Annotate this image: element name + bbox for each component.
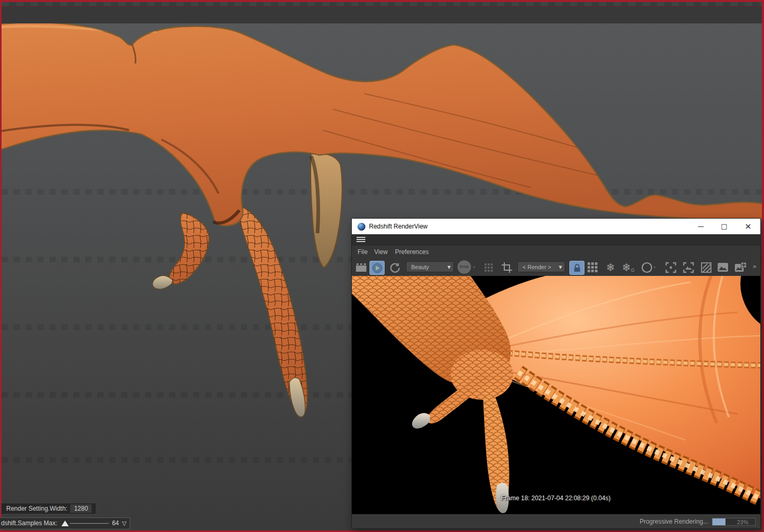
rgb-channel-button[interactable]: RGB [457,260,471,274]
focus-point-icon[interactable] [664,261,678,274]
snapshot-film-icon[interactable] [354,261,368,274]
slider-handle-icon[interactable] [61,521,69,526]
window-titlebar[interactable]: Redshift RenderView — □ × [352,219,760,234]
progress-label: Progressive Rendering... [640,515,708,529]
restart-render-icon[interactable] [388,261,402,274]
window-menu-strip [352,234,760,246]
lock-render-button[interactable] [569,261,584,275]
frame-info-text: Frame 18: 2021-07-04 22:08:29 (0.04s) [501,495,610,502]
snapshot-freeze-icon[interactable]: ❄ [604,261,617,274]
fit-image-icon[interactable] [682,261,695,274]
chevron-down-icon: ▼ [559,262,562,273]
minimize-button[interactable]: — [689,219,712,234]
redshift-logo-icon [358,223,365,231]
render-camera-dropdown[interactable]: < Render > ▼ [517,261,565,272]
toolbar-overflow-icon[interactable]: » [753,262,757,270]
aov-beauty-dropdown[interactable]: Beauty ▼ [406,261,454,272]
crop-region-icon[interactable] [500,261,514,274]
render-setting-width-hud: Render Setting.Width:1280 [1,503,96,514]
screenshot-root: Render Setting.Width:1280 dshift.Samples… [0,0,764,532]
maximize-button[interactable]: □ [712,219,736,234]
menu-view[interactable]: View [374,246,388,259]
samples-max-value[interactable]: 64 [112,518,119,529]
hamburger-menu-icon[interactable] [356,237,365,243]
renderview-statusbar: Progressive Rendering... 23% [352,514,760,528]
start-render-button[interactable] [370,261,385,275]
rgb-dropdown-icon[interactable]: ▾ [473,265,475,270]
menu-file[interactable]: File [358,246,367,259]
window-title: Redshift RenderView [369,219,428,234]
region-circle-icon[interactable] [640,261,654,274]
close-button[interactable]: × [736,219,760,234]
chevron-down-icon: ▼ [448,262,451,273]
progress-bar-fill [712,518,725,525]
bucket-grid-icon[interactable] [586,261,600,274]
checkerboard-background-icon[interactable] [482,261,495,274]
rendered-dragon-claw [352,276,760,514]
render-setting-width-label: Render Setting.Width: [6,505,67,512]
menu-preferences[interactable]: Preferences [395,246,429,259]
redshift-renderview-window: Redshift RenderView — □ × File View Pref… [352,219,760,528]
samples-dropdown-icon[interactable]: ▽ [122,518,126,529]
region-dropdown-icon[interactable]: ▾ [654,265,656,270]
snapshot-image-icon[interactable] [716,261,730,274]
add-snapshot-icon[interactable] [734,261,747,274]
app-top-band [2,2,762,6]
progress-percent: 23% [737,518,748,526]
progress-bar: 23% [712,518,756,526]
snapshot-freeze-g-icon[interactable]: ❄ G [621,261,635,274]
rendered-image-area[interactable]: Frame 18: 2021-07-04 22:08:29 (0.04s) [352,276,760,514]
app-toolbar-band [2,7,762,23]
samples-slider-track[interactable] [70,523,109,524]
render-setting-width-value: 1280 [70,504,92,513]
samples-max-label: dshift.Samples Max: [1,518,57,529]
renderview-toolbar: Beauty ▼ RGB ▾ < Render > ▼ [352,259,760,276]
compare-ab-icon[interactable] [699,261,713,274]
menubar: File View Preferences [352,246,760,259]
samples-max-control[interactable]: dshift.Samples Max: 64 ▽ [0,517,130,529]
